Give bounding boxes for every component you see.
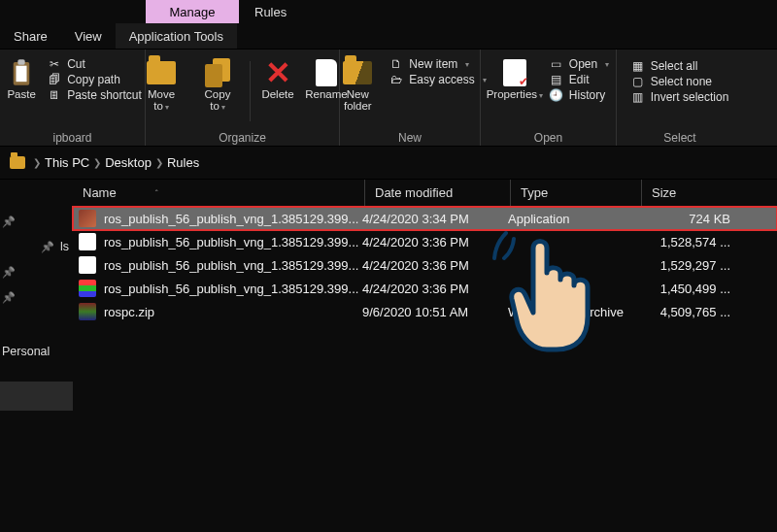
file-name: rospc.zip [104,305,362,319]
column-name[interactable]: Nameˆ [73,180,364,206]
file-size: 4,509,765 ... [639,305,736,319]
easy-access-icon: 🗁 [389,73,403,86]
file-list: Nameˆ Date modified Type Size ros_publis… [73,180,777,530]
history-button[interactable]: 🕘History [550,88,609,102]
chevron-right-icon[interactable]: ❯ [155,157,163,168]
copy-path-icon: 🗐 [48,73,61,86]
new-folder-button[interactable]: New folder [333,53,382,112]
copy-path-label: Copy path [67,73,120,86]
sidebar-pinned-item[interactable]: ls [0,234,73,259]
copy-to-button[interactable]: Copy to [193,53,242,114]
file-date: 9/6/2020 10:51 AM [362,305,508,319]
file-size: 724 KB [639,212,736,226]
delete-button[interactable]: ✕ Delete [258,53,297,100]
ribbon-group-select: ▦Select all ▢Select none ▥Invert selecti… [617,50,743,146]
paste-button[interactable]: Paste [3,53,40,100]
copy-path-button[interactable]: 🗐Copy path [48,73,142,86]
file-date: 4/24/2020 3:36 PM [362,235,508,249]
file-name: ros_publish_56_publish_vng_1.385129.399.… [104,212,362,226]
menu-view[interactable]: View [61,23,116,49]
menu-share[interactable]: Share [0,23,61,49]
title-bar: Manage Rules [0,0,777,23]
file-icon [79,233,96,250]
file-row[interactable]: ros_publish_56_publish_vng_1.385129.399.… [73,230,777,253]
easy-access-label: Easy access [409,73,474,86]
edit-button[interactable]: ▤Edit [550,73,609,86]
sidebar-item-label: Personal [2,345,50,358]
column-type[interactable]: Type [510,180,641,206]
properties-label: Properties [487,88,543,102]
breadcrumb-seg-this-pc[interactable]: This PC [45,155,89,170]
breadcrumb-seg-desktop[interactable]: Desktop [105,155,152,170]
move-to-button[interactable]: Move to [137,53,186,114]
invert-selection-label: Invert selection [651,90,729,104]
address-bar[interactable]: ❯ This PC ❯ Desktop ❯ Rules [0,146,777,179]
file-row[interactable]: ros_publish_56_publish_vng_1.385129.399.… [73,207,777,230]
open-group-label: Open [534,131,562,145]
select-all-icon: ▦ [631,59,645,73]
properties-icon: ✔ [499,57,530,88]
column-date[interactable]: Date modified [364,180,510,206]
new-folder-label: New folder [344,88,372,112]
clipboard-group-label: ipboard [52,131,91,145]
file-name: ros_publish_56_publish_vng_1.385129.399.… [104,258,362,273]
file-type: Application [508,212,639,226]
file-type: WinRAR ZIP archive [508,305,639,319]
chevron-right-icon[interactable]: ❯ [33,157,41,168]
file-row[interactable]: ros_publish_56_publish_vng_1.385129.399.… [73,277,777,300]
shortcut-icon: 🗏 [48,88,61,102]
select-group-label: Select [663,131,695,145]
file-date: 4/24/2020 3:34 PM [362,212,508,226]
open-icon: ▭ [550,57,563,71]
history-label: History [569,88,605,102]
sidebar-item-personal[interactable]: Personal [0,339,73,364]
breadcrumb-seg-rules[interactable]: Rules [167,155,199,170]
clipboard-icon [6,57,37,88]
cut-button[interactable]: ✂Cut [48,57,142,71]
column-name-label: Name [83,185,117,200]
sidebar-pinned-item[interactable] [0,209,73,234]
manage-tab[interactable]: Manage [146,0,239,23]
file-row[interactable]: ros_publish_56_publish_vng_1.385129.399.… [73,253,777,277]
history-icon: 🕘 [550,88,563,102]
copy-to-icon [202,57,233,88]
menu-application-tools[interactable]: Application Tools [116,23,237,49]
paste-shortcut-button[interactable]: 🗏Paste shortcut [48,88,142,102]
file-name: ros_publish_56_publish_vng_1.385129.399.… [104,235,362,249]
location-icon[interactable] [6,151,29,175]
new-item-label: New item [409,57,457,71]
select-none-button[interactable]: ▢Select none [631,75,729,88]
move-to-label: Move to [148,88,175,114]
file-date: 4/24/2020 3:36 PM [362,282,508,296]
file-row[interactable]: rospc.zip9/6/2020 10:51 AMWinRAR ZIP arc… [73,300,777,323]
new-item-icon: 🗋 [389,57,403,71]
window-title: Rules [254,0,287,23]
organize-group-label: Organize [219,131,266,145]
paste-label: Paste [7,88,35,100]
invert-selection-icon: ▥ [631,90,645,104]
properties-button[interactable]: ✔ Properties [488,53,542,102]
delete-icon: ✕ [262,57,293,88]
edit-label: Edit [569,73,590,86]
select-all-button[interactable]: ▦Select all [631,59,729,73]
ribbon-group-organize: Move to Copy to ✕ Delete Rename Organize [146,50,340,146]
select-none-icon: ▢ [631,75,645,88]
sidebar-pinned-item[interactable] [0,259,73,284]
open-button[interactable]: ▭Open [550,57,609,71]
edit-icon: ▤ [550,73,563,86]
divider [250,61,251,121]
ribbon-group-new: New folder 🗋New item 🗁Easy access New [340,50,481,146]
new-item-button[interactable]: 🗋New item [389,57,486,71]
file-size: 1,529,297 ... [639,258,736,273]
move-to-icon [146,57,177,88]
file-date: 4/24/2020 3:36 PM [362,258,508,273]
chevron-right-icon[interactable]: ❯ [93,157,101,168]
new-folder-icon [342,57,373,88]
easy-access-button[interactable]: 🗁Easy access [389,73,486,86]
nav-sidebar: ls Personal [0,180,73,530]
select-none-label: Select none [651,75,712,88]
ribbon-group-open: ✔ Properties ▭Open ▤Edit 🕘History Open [481,50,617,146]
invert-selection-button[interactable]: ▥Invert selection [631,90,729,104]
column-size[interactable]: Size [641,180,738,206]
sidebar-pinned-item[interactable] [0,284,73,310]
